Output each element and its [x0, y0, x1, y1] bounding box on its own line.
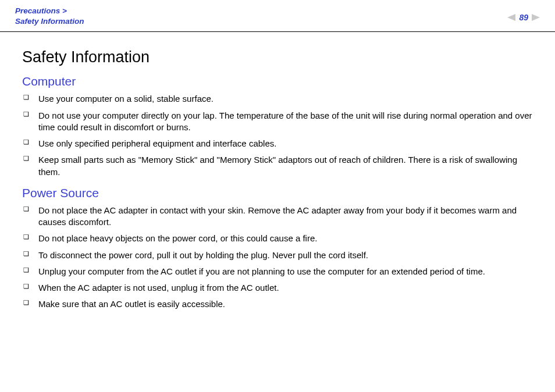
content-area: Safety Information Computer Use your com… — [0, 32, 555, 310]
breadcrumb-current: Safety Information — [15, 17, 84, 26]
section-heading-computer: Computer — [22, 74, 533, 88]
prev-page-arrow-icon[interactable] — [507, 14, 515, 21]
list-item: Keep small parts such as "Memory Stick" … — [22, 154, 533, 178]
breadcrumb: Precautions > Safety Information — [15, 6, 84, 27]
next-page-arrow-icon[interactable] — [532, 14, 540, 21]
list-item: Unplug your computer from the AC outlet … — [22, 266, 533, 277]
list-item: Make sure that an AC outlet is easily ac… — [22, 298, 533, 310]
page-number: 89 — [519, 13, 528, 22]
bullet-list-power-source: Do not place the AC adapter in contact w… — [22, 205, 533, 311]
section-heading-power-source: Power Source — [22, 186, 533, 200]
list-item: To disconnect the power cord, pull it ou… — [22, 250, 533, 261]
list-item: Do not use your computer directly on you… — [22, 110, 533, 134]
list-item: Do not place the AC adapter in contact w… — [22, 205, 533, 229]
page-title: Safety Information — [22, 48, 533, 66]
bullet-list-computer: Use your computer on a solid, stable sur… — [22, 93, 533, 178]
list-item: Use only specified peripheral equipment … — [22, 138, 533, 149]
breadcrumb-parent: Precautions > — [15, 6, 67, 15]
list-item: Use your computer on a solid, stable sur… — [22, 93, 533, 105]
list-item: Do not place heavy objects on the power … — [22, 233, 533, 244]
page-nav: 89 — [507, 6, 540, 22]
list-item: When the AC adapter is not used, unplug … — [22, 282, 533, 294]
page-header: Precautions > Safety Information 89 — [0, 0, 555, 32]
